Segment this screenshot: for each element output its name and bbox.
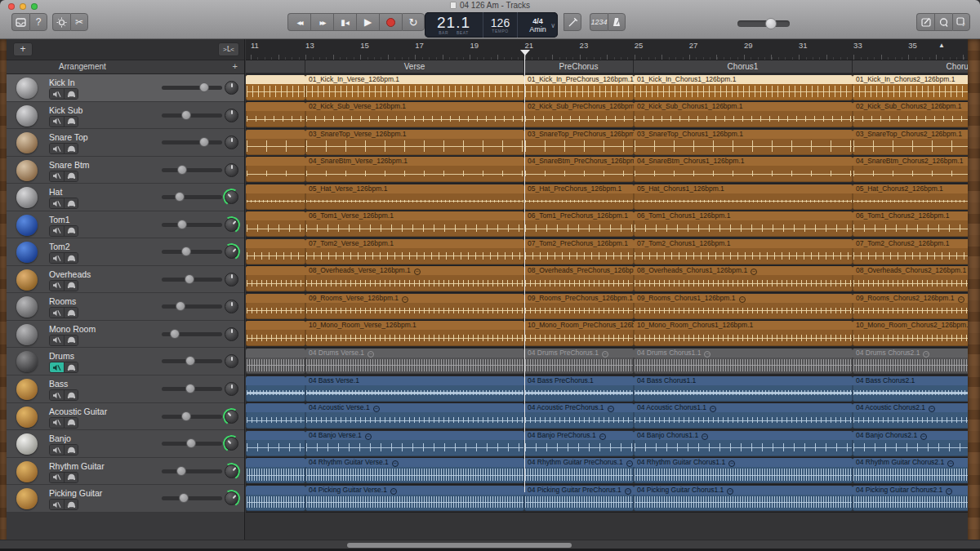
mute-button[interactable] (50, 500, 64, 509)
audio-region[interactable]: 09_Rooms_PreChorus_126bpm.1~ (524, 294, 634, 319)
track-name[interactable]: Tom1 (49, 215, 70, 224)
editors-button[interactable]: ✂ (70, 13, 88, 31)
solo-headphones-button[interactable] (64, 171, 78, 181)
track-volume-slider[interactable] (162, 140, 222, 144)
pan-knob[interactable] (225, 218, 238, 232)
audio-region[interactable] (246, 75, 305, 100)
track-volume-slider[interactable] (162, 442, 222, 446)
track-volume-thumb[interactable] (181, 411, 191, 421)
solo-headphones-button[interactable] (64, 117, 78, 127)
track-volume-thumb[interactable] (186, 438, 196, 448)
solo-headphones-button[interactable] (64, 390, 78, 400)
audio-region[interactable] (246, 321, 305, 346)
bar-ruler[interactable]: 11131517192123252729313335 ▲ (246, 39, 968, 60)
audio-region[interactable] (246, 239, 305, 264)
solo-headphones-button[interactable] (64, 144, 78, 153)
track-header[interactable]: Acoustic Guitar (7, 403, 244, 431)
solo-headphones-button[interactable] (64, 281, 78, 291)
track-volume-slider[interactable] (162, 195, 222, 199)
track-volume-slider[interactable] (162, 168, 222, 172)
mute-button[interactable] (50, 418, 64, 428)
track-header[interactable]: Kick Sub (7, 102, 244, 130)
audio-region[interactable]: 03_SnareTop_Chorus2_126bpm.1 (853, 130, 968, 155)
audio-region[interactable]: 07_Tom2_Verse_126bpm.1 (305, 239, 524, 264)
track-name[interactable]: Rhythm Guitar (49, 461, 105, 471)
track-name[interactable]: Picking Guitar (49, 488, 102, 498)
audio-region[interactable]: 01_Kick_In_Chorus2_126bpm.1 (853, 75, 968, 100)
audio-region[interactable] (246, 458, 305, 483)
track-header[interactable]: Snare Btm (7, 157, 244, 184)
audio-region[interactable]: 05_Hat_Verse_126bpm.1 (305, 184, 524, 210)
track-volume-slider[interactable] (162, 304, 222, 309)
solo-headphones-button[interactable] (64, 89, 78, 99)
track-name[interactable]: Mono Room (49, 324, 96, 334)
track-volume-thumb[interactable] (177, 220, 187, 229)
track-volume-thumb[interactable] (199, 82, 209, 92)
audio-region[interactable]: 04 Acoustic Chorus2.1~ (853, 403, 968, 429)
audio-region[interactable]: 04 Rhythm Guitar Chorus1.1~ (634, 458, 853, 483)
solo-headphones-button[interactable] (64, 445, 78, 455)
mute-button[interactable] (50, 117, 64, 127)
audio-region[interactable]: 08_Overheads_PreChorus_126bpm.1~ (524, 266, 634, 291)
solo-headphones-button[interactable] (64, 226, 78, 236)
audio-region[interactable]: 06_Tom1_Chorus2_126bpm.1 (853, 211, 968, 237)
audio-region[interactable]: 04 Drums Chorus2.1~ (853, 349, 968, 374)
pan-knob[interactable] (225, 410, 238, 424)
audio-region[interactable]: 04 Acoustic Verse.1~ (305, 403, 524, 429)
mute-button[interactable] (50, 226, 64, 236)
audio-region[interactable]: 04 Rhythm Guitar PreChorus.1~ (524, 458, 634, 483)
audio-region[interactable] (246, 211, 305, 237)
mute-button[interactable] (50, 281, 64, 291)
track-volume-slider[interactable] (162, 359, 222, 363)
mute-button[interactable] (50, 308, 64, 318)
solo-headphones-button[interactable] (64, 308, 78, 318)
audio-region[interactable]: 02_Kick_Sub_Chorus2_126bpm.1 (853, 102, 968, 127)
audio-region[interactable]: 05_Hat_Chorus2_126bpm.1 (853, 184, 968, 210)
audio-region[interactable]: 04 Picking Guitar Chorus2.1~ (853, 486, 968, 511)
mute-button[interactable] (50, 445, 64, 455)
audio-region[interactable]: 02_Kick_Sub_PreChorus_126bpm.1 (524, 102, 634, 127)
mute-button[interactable] (50, 253, 64, 263)
forward-button[interactable]: ▸▸ (310, 13, 333, 31)
track-volume-thumb[interactable] (177, 165, 187, 175)
track-header[interactable]: Overheads (7, 266, 244, 294)
audio-region[interactable]: 01_Kick_In_PreChorus_126bpm.1 (524, 75, 634, 100)
mute-button[interactable] (50, 171, 64, 181)
track-name[interactable]: Acoustic Guitar (49, 407, 107, 416)
arrangement-marker[interactable] (246, 60, 305, 73)
add-arrangement-marker-button[interactable]: + (233, 61, 238, 71)
arrangement-marker[interactable]: PreChorus (524, 60, 634, 73)
track-header[interactable]: Kick In (7, 74, 244, 102)
notepad-button[interactable] (916, 13, 934, 31)
audio-region[interactable]: 07_Tom2_Chorus1_126bpm.1 (634, 239, 853, 264)
go-to-beginning-button[interactable]: ▮◂ (333, 13, 356, 31)
pan-knob[interactable] (225, 382, 238, 396)
audio-region[interactable] (246, 157, 305, 182)
mute-button[interactable] (50, 362, 64, 372)
track-header[interactable]: Mono Room (7, 321, 244, 349)
track-name[interactable]: Drums (49, 351, 74, 361)
track-name[interactable]: Hat (49, 187, 62, 197)
audio-region[interactable]: 06_Tom1_Verse_126bpm.1 (305, 211, 524, 237)
audio-region[interactable]: 03_SnareTop_PreChorus_126bpm.1 (524, 130, 634, 155)
track-volume-thumb[interactable] (175, 192, 185, 202)
track-volume-thumb[interactable] (181, 110, 191, 120)
audio-region[interactable]: 04 Rhythm Guitar Verse.1~ (305, 458, 524, 483)
pan-knob[interactable] (225, 491, 238, 505)
track-header[interactable]: Hat (7, 184, 244, 211)
audio-region[interactable]: 04 Banjo PreChorus.1~ (524, 431, 634, 456)
audio-region[interactable]: 04 Drums Verse.1~ (305, 349, 524, 374)
audio-region[interactable]: 10_Mono_Room_Verse_126bpm.1 (305, 321, 524, 346)
track-volume-slider[interactable] (162, 250, 222, 254)
audio-region[interactable]: 05_Hat_PreChorus_126bpm.1 (524, 184, 634, 210)
quick-help-button[interactable]: ? (29, 13, 47, 31)
arrangement-marker[interactable]: Verse (305, 60, 524, 73)
solo-headphones-button[interactable] (64, 198, 78, 208)
arrangement-marker[interactable]: Chorus1 (634, 60, 853, 73)
track-volume-slider[interactable] (162, 223, 222, 227)
audio-region[interactable]: 09_Rooms_Chorus2_126bpm.1~ (853, 294, 968, 319)
audio-region[interactable]: 08_Overheads_Chorus2_126bpm.1~ (853, 266, 968, 291)
master-volume-slider[interactable] (737, 20, 790, 27)
rewind-button[interactable]: ◂◂ (287, 13, 310, 31)
audio-region[interactable]: 04 Picking Guitar Chorus1.1~ (634, 486, 853, 511)
